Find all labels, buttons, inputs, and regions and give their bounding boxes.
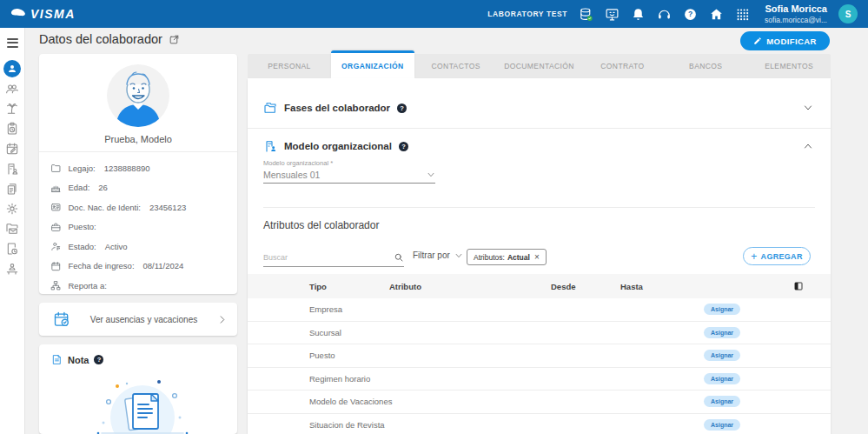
- col-atributo: Atributo: [389, 274, 421, 298]
- table-row: Puesto Asignar: [248, 344, 831, 368]
- id-card-icon: [50, 202, 62, 213]
- menu-toggle-icon[interactable]: [7, 36, 18, 50]
- documents-icon: [5, 182, 19, 196]
- sidebar-item-organization[interactable]: [3, 159, 22, 178]
- help-badge-icon[interactable]: [397, 103, 407, 113]
- divider: [39, 151, 237, 152]
- table-row: Situacion de Revista Asignar: [248, 414, 831, 434]
- help-badge-icon[interactable]: [399, 142, 408, 151]
- phases-folder-icon: [263, 101, 277, 115]
- modelo-select[interactable]: Mensuales 01: [263, 167, 435, 184]
- sidebar-item-vacations[interactable]: [3, 99, 22, 118]
- tab-bancos[interactable]: BANCOS: [664, 54, 747, 78]
- col-tipo: Tipo: [309, 274, 327, 298]
- bell-icon[interactable]: [631, 7, 646, 22]
- sidebar-item-folder-messages[interactable]: [3, 219, 22, 238]
- user-email: sofia.moricca@vi...: [765, 16, 827, 25]
- person-icon: [7, 63, 17, 74]
- assign-button[interactable]: Asignar: [704, 419, 740, 431]
- page-title-text: Datos del colaborador: [39, 32, 162, 46]
- empty-note-illustration: [77, 372, 208, 434]
- visma-logo[interactable]: VISMA: [10, 7, 76, 21]
- people-icon: [5, 82, 19, 96]
- section-fases-title: Fases del colaborador: [284, 103, 390, 113]
- calendar-edit-icon: [5, 142, 19, 156]
- sidebar-item-people[interactable]: [3, 79, 22, 98]
- folder-mail-icon: [5, 222, 19, 236]
- gear-icon: [5, 202, 19, 216]
- add-attribute-button[interactable]: + AGREGAR: [743, 247, 811, 265]
- assign-button[interactable]: Asignar: [704, 350, 740, 361]
- pencil-icon: [753, 37, 762, 45]
- note-title: Nota: [68, 355, 89, 365]
- profile-card: Prueba, Modelo Legajo:1238888890 Edad:26…: [39, 54, 237, 294]
- monitor-icon[interactable]: [605, 7, 620, 22]
- chevron-up-icon[interactable]: [803, 141, 813, 151]
- apps-grid-icon[interactable]: [735, 7, 750, 22]
- filter-by-label: Filtrar por: [413, 250, 450, 260]
- field-fecha-ingreso: Fecha de ingreso:08/11/2024: [50, 257, 232, 277]
- sidebar-item-employee-profile[interactable]: [3, 60, 21, 77]
- tab-elementos[interactable]: ELEMENTOS: [747, 54, 831, 78]
- chevron-down-icon[interactable]: [803, 103, 813, 113]
- tab-documentacion[interactable]: DOCUMENTACIÓN: [498, 54, 581, 78]
- modelo-field-label: Modelo organizacional *: [263, 159, 333, 167]
- field-documento: Doc. Nac. de Identi:23456123: [50, 197, 232, 217]
- tab-organizacion[interactable]: ORGANIZACIÓN: [331, 50, 414, 78]
- home-icon[interactable]: [709, 7, 724, 22]
- absences-card[interactable]: Ver ausencias y vacaciones: [39, 303, 237, 336]
- modelo-select-value: Mensuales 01: [263, 170, 427, 180]
- assign-button[interactable]: Asignar: [704, 396, 740, 407]
- note-document-icon: [51, 354, 63, 365]
- table-row: Regimen horario Asignar: [248, 368, 831, 391]
- environment-label: LABORATORY TEST: [487, 10, 567, 18]
- assign-button[interactable]: Asignar: [704, 304, 740, 315]
- field-estado: Estado:Activo: [50, 237, 232, 257]
- search-icon[interactable]: [394, 252, 404, 263]
- assign-button[interactable]: Asignar: [704, 373, 740, 384]
- filter-by-dropdown[interactable]: Filtrar por: [413, 250, 463, 260]
- edit-title-icon[interactable]: [169, 34, 180, 45]
- org-model-building-icon: [263, 139, 277, 153]
- section-fases-header[interactable]: Fases del colaborador: [263, 99, 813, 117]
- headset-icon[interactable]: [657, 7, 672, 22]
- field-puesto: Puesto:: [50, 217, 232, 237]
- database-status-icon[interactable]: [579, 7, 593, 22]
- help-badge-icon[interactable]: [94, 355, 103, 364]
- note-card: Nota: [39, 344, 237, 434]
- employee-avatar: [107, 64, 169, 127]
- divider: [263, 207, 815, 208]
- help-icon[interactable]: ?: [683, 7, 698, 22]
- sidebar-item-documents[interactable]: [3, 179, 22, 198]
- section-modelo-header[interactable]: Modelo organizacional: [263, 137, 813, 155]
- divider: [248, 128, 831, 129]
- palm-tree-icon: [5, 102, 19, 116]
- sidebar-item-schedule[interactable]: [3, 139, 22, 158]
- sidebar: [0, 28, 25, 434]
- app-window: VISMA LABORATORY TEST ?: [0, 0, 868, 434]
- column-settings-icon[interactable]: [793, 281, 804, 291]
- filter-chip[interactable]: Atributos: Actual ×: [467, 249, 547, 265]
- assign-button[interactable]: Asignar: [704, 327, 740, 338]
- table-row: Modelo de Vacaciones Asignar: [248, 391, 831, 414]
- modify-button[interactable]: MODIFICAR: [740, 31, 830, 50]
- folder-icon: [50, 163, 62, 174]
- chip-remove-icon[interactable]: ×: [534, 252, 540, 262]
- sidebar-item-history[interactable]: [3, 239, 22, 258]
- attributes-table-header: Tipo Atributo Desde Hasta: [248, 274, 831, 298]
- table-row: Empresa Asignar: [248, 298, 831, 322]
- search-input[interactable]: [263, 253, 394, 262]
- field-legajo: Legajo:1238888890: [50, 158, 232, 178]
- tab-contrato[interactable]: CONTRATO: [580, 54, 664, 78]
- sidebar-item-assistance[interactable]: [3, 119, 22, 138]
- user-info[interactable]: Sofia Moricca sofia.moricca@vi...: [765, 3, 827, 24]
- field-edad: Edad:26: [50, 178, 232, 198]
- user-avatar[interactable]: S: [838, 4, 858, 23]
- absences-label: Ver ausencias y vacaciones: [70, 315, 217, 324]
- visma-swoosh-icon: [10, 8, 26, 20]
- clipboard-clock-icon: [5, 122, 19, 136]
- sidebar-item-settings[interactable]: [3, 199, 22, 218]
- tab-personal[interactable]: PERSONAL: [248, 54, 331, 78]
- sidebar-item-workstation[interactable]: [3, 259, 22, 278]
- tab-contactos[interactable]: CONTACTOS: [414, 54, 498, 78]
